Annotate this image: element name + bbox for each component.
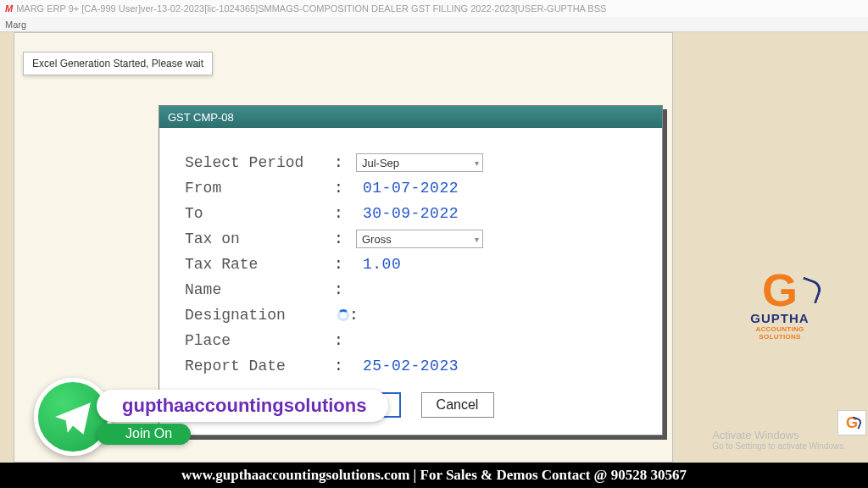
- corner-brand-icon: G: [837, 410, 866, 435]
- chevron-down-icon: ▾: [475, 235, 479, 244]
- window-title: MARG ERP 9+ [CA-999 User]ver-13-02-2023[…: [16, 3, 606, 14]
- label-taxrate: Tax Rate: [185, 256, 334, 273]
- label-to: To: [185, 205, 334, 222]
- label-designation: Designation: [185, 307, 334, 324]
- select-period-value: Jul-Sep: [362, 157, 399, 169]
- label-name: Name: [185, 281, 334, 298]
- telegram-badge[interactable]: gupthaaccountingsolutions Join On: [34, 378, 388, 456]
- value-from: 01-07-2022: [356, 180, 459, 197]
- footer-bar: www.gupthaaccountingsolutions.com | For …: [0, 463, 868, 488]
- label-period: Select Period: [185, 154, 334, 171]
- label-reportdate: Report Date: [185, 358, 334, 374]
- activate-line1: Activate Windows: [712, 429, 846, 441]
- select-taxon[interactable]: Gross ▾: [356, 230, 483, 248]
- telegram-handle: gupthaaccountingsolutions: [97, 390, 388, 422]
- select-taxon-value: Gross: [362, 233, 392, 246]
- activate-windows-watermark: Activate Windows Go to Settings to activ…: [712, 429, 846, 451]
- label-taxon: Tax on: [185, 230, 334, 247]
- activate-line2: Go to Settings to activate Windows.: [712, 441, 846, 451]
- app-logo-icon: M: [5, 3, 13, 14]
- brand-g-icon: G: [734, 269, 826, 311]
- brand-tagline: ACCOUNTING SOLUTIONS: [734, 325, 826, 341]
- cancel-button[interactable]: Cancel: [421, 392, 494, 418]
- value-taxrate: 1.00: [356, 256, 401, 273]
- telegram-join: Join On: [97, 424, 191, 445]
- toast-text: Excel Generation Started, Please wait: [32, 58, 203, 69]
- workspace: Excel Generation Started, Please wait GS…: [0, 32, 868, 463]
- loading-spinner-icon: [337, 309, 349, 321]
- menu-item-marg[interactable]: Marg: [5, 19, 26, 30]
- window-titlebar: M MARG ERP 9+ [CA-999 User]ver-13-02-202…: [0, 0, 868, 17]
- dialog-title[interactable]: GST CMP-08: [159, 106, 662, 128]
- label-place: Place: [185, 332, 334, 349]
- label-from: From: [185, 180, 334, 197]
- chevron-down-icon: ▾: [475, 158, 479, 168]
- menubar[interactable]: Marg: [0, 17, 868, 32]
- value-to: 30-09-2022: [356, 205, 459, 222]
- toast-excel-started: Excel Generation Started, Please wait: [23, 52, 213, 75]
- select-period[interactable]: Jul-Sep ▾: [356, 153, 483, 172]
- value-reportdate: 25-02-2023: [356, 358, 459, 374]
- footer-text: www.gupthaaccountingsolutions.com | For …: [181, 467, 687, 484]
- brand-logo: G GUPTHA ACCOUNTING SOLUTIONS: [734, 269, 826, 341]
